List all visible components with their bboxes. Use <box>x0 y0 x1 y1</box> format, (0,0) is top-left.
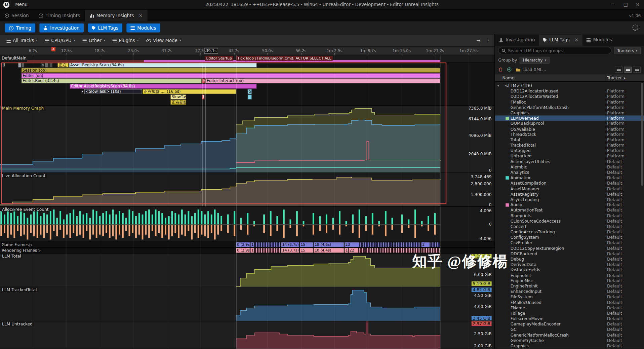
llm-tag-row[interactable]: AsyncLoadingDefault <box>495 197 644 202</box>
llm-tag-row[interactable]: GeometryCacheDefault <box>495 338 644 343</box>
menu-button[interactable]: Menu <box>13 2 30 7</box>
view-details-button[interactable] <box>633 66 641 72</box>
other-dropdown[interactable]: Other▾ <box>79 36 109 45</box>
close-button[interactable]: × <box>632 0 644 10</box>
llm-search-input[interactable]: Search LLM tags or groups <box>498 47 611 54</box>
frame-segment[interactable]: 22 <box>349 248 358 253</box>
track-alloc-free-event-count[interactable]: Alloc/Free Event Count 4,0960-4,096 <box>0 206 494 241</box>
llm-tag-row[interactable]: FullscreenMovieDefault <box>495 316 644 321</box>
llm-tag-row[interactable]: EnhancedInputDefault <box>495 289 644 294</box>
llm-tag-row[interactable]: FileSystemDefault <box>495 294 644 300</box>
llm-tag-row[interactable]: AudioDefault <box>495 202 644 207</box>
frame-segment[interactable]: 14 (3.7s) <box>281 242 299 247</box>
frame-segment[interactable]: 18 (4.4s) <box>314 248 344 253</box>
llm-tag-row[interactable]: AssetManagerDefault <box>495 186 644 191</box>
llm-tag-row[interactable]: CsvProfilerDefault <box>495 240 644 245</box>
group-by-dropdown[interactable]: Hierarchy▾ <box>520 56 550 64</box>
time-ruler[interactable]: A 39.1s 6.2s12.5s18.7s25.0s31.2s37.5s43.… <box>0 47 494 55</box>
frame-segment[interactable] <box>255 242 281 247</box>
frame-segment[interactable]: 1 <box>250 242 254 247</box>
view-flat-button[interactable] <box>615 66 622 72</box>
llm-tags-button[interactable]: LLM Tags <box>88 24 122 33</box>
llm-tag-row[interactable]: AutomationTestDefault <box>495 207 644 213</box>
minimize-button[interactable]: – <box>607 0 619 10</box>
llm-tag-row[interactable]: FMallocPlatform <box>495 99 644 105</box>
close-tab-icon[interactable]: × <box>139 13 143 18</box>
tab-memory-insights[interactable]: Memory Insights× <box>85 10 148 21</box>
timing-button[interactable]: Timing <box>5 24 36 33</box>
frame-segment[interactable]: 1 <box>250 248 254 253</box>
llm-tag-row[interactable]: ActionLayerUtilitiesDefault <box>495 159 644 164</box>
track-llm-untracked[interactable]: LLM Untracked 2.50 GiB2.00 GiB2.97 GiB <box>0 321 494 349</box>
frame-segment[interactable]: 18 (4.6s) <box>314 242 344 247</box>
llm-tag-row[interactable]: D3D12AllocatorWastedPlatform <box>495 94 644 99</box>
llm-tag-row[interactable]: AnimationDefault <box>495 175 644 181</box>
column-divider[interactable] <box>605 74 605 81</box>
llm-tag-row[interactable]: GCDefault <box>495 327 644 332</box>
tab-timing-insights[interactable]: Timing Insights <box>34 10 85 21</box>
track-llm-trackedtotal[interactable]: LLM TrackedTotal 4.50 GiB4.00 GiB4.82 Gi… <box>0 287 494 321</box>
llm-tag-row[interactable]: FNameDefault <box>495 305 644 311</box>
frame-segment[interactable]: 1 <box>345 248 348 253</box>
timeline-marker[interactable]: Editor Startup <box>205 56 233 61</box>
timeline-marker[interactable]: FindInBlueprint <box>256 56 286 61</box>
frame-segment[interactable]: 23 <box>345 242 360 247</box>
expand-caret-icon[interactable]: ▷ <box>38 248 41 253</box>
llm-tag-row[interactable]: GraphicsDefault <box>495 343 644 348</box>
llm-tag-row[interactable]: DebugDefault <box>495 256 644 262</box>
expand-caret-icon[interactable]: ▾ <box>497 83 499 88</box>
table-header[interactable]: Name Tracker ▲ <box>495 74 644 82</box>
tab-session[interactable]: Session <box>0 10 34 21</box>
llm-tag-row[interactable]: LLMOverheadPlatform <box>495 116 644 121</box>
llm-tag-row[interactable]: GameplayMediaEncoderDefault <box>495 321 644 327</box>
frame-segment[interactable] <box>393 242 421 247</box>
frame-segment[interactable]: 15 <box>300 248 313 253</box>
llm-tag-row[interactable]: AnalyticsDefault <box>495 170 644 175</box>
load-xml-button[interactable]: Load XML... <box>516 67 546 72</box>
llm-tag-row[interactable]: ConcertDefault <box>495 224 644 229</box>
llm-tag-row[interactable]: TotalPlatform <box>495 137 644 143</box>
llm-tag-row[interactable]: DDCBackendDefault <box>495 251 644 256</box>
llm-tag-row[interactable]: ConfigSystemDefault <box>495 235 644 240</box>
llm-tag-row[interactable]: CLionSourceCodeAccessDefault <box>495 219 644 224</box>
column-name[interactable]: Name <box>502 76 514 80</box>
investigation-button[interactable]: Investigation <box>40 24 84 33</box>
frame-segment[interactable]: 14 (3.7s) <box>281 248 299 253</box>
sidebar-tab-investigation[interactable]: Investigation <box>495 35 539 46</box>
expand-caret-icon[interactable]: ▷ <box>30 242 33 247</box>
llm-tag-row[interactable]: OSAvailablePlatform <box>495 126 644 132</box>
goto-end-icon[interactable]: →| <box>477 38 482 43</box>
modules-button[interactable]: Modules <box>127 24 160 33</box>
more-options-icon[interactable]: ⋮ <box>486 38 490 43</box>
thread-track-defaultmain[interactable]: DefaultMain Editor StartupTick loop stFi… <box>0 55 494 63</box>
view-hierarchy-button[interactable] <box>624 66 632 72</box>
llm-tag-row[interactable]: FMallocUnusedDefault <box>495 300 644 305</box>
frame-segment[interactable]: 0 (2.9s) <box>236 248 250 253</box>
frame-segment[interactable]: 15 <box>300 242 313 247</box>
theme-bulb-icon[interactable] <box>633 25 638 30</box>
cpu-gpu-dropdown[interactable]: CPU/GPU▾ <box>42 36 78 45</box>
llm-tag-row[interactable]: GraphicsPlatform <box>495 110 644 115</box>
selection-rectangle[interactable] <box>1 63 447 204</box>
llm-tag-row[interactable]: EnginePreInitDefault <box>495 283 644 289</box>
llm-tag-row[interactable]: FoliageDefault <box>495 311 644 316</box>
close-tab-icon[interactable]: × <box>574 37 578 43</box>
llm-tag-row[interactable]: DerivedDataDefault <box>495 262 644 267</box>
llm-tag-row[interactable]: AssetCompilationDefault <box>495 181 644 186</box>
add-tag-button[interactable] <box>507 67 512 72</box>
maximize-button[interactable]: □ <box>619 0 632 10</box>
timeline-marker[interactable]: Cmd: ACTOR SELECT ALL <box>283 56 332 61</box>
sidebar-tab-llm-tags[interactable]: LLM Tags× <box>539 35 582 46</box>
llm-tag-row[interactable]: EngineInitDefault <box>495 273 644 278</box>
column-tracker[interactable]: Tracker ▲ <box>607 76 626 80</box>
llm-tag-row[interactable]: D3D12AllocatorUnusedPlatform <box>495 88 644 94</box>
llm-tag-row[interactable]: D3D12CopyTextureRegionDefault <box>495 245 644 251</box>
llm-tag-row[interactable]: UntaggedPlatform <box>495 148 644 153</box>
llm-tag-row[interactable]: ConfigAccessTrackingDefault <box>495 229 644 235</box>
llm-tag-row[interactable]: EngineMiscDefault <box>495 278 644 283</box>
llm-tag-row[interactable]: BlueprintsDefault <box>495 213 644 219</box>
frame-segment[interactable] <box>431 242 440 247</box>
sidebar-scrollbar[interactable] <box>641 83 643 186</box>
frame-segment[interactable] <box>359 248 393 253</box>
delete-tag-button[interactable] <box>498 67 503 72</box>
